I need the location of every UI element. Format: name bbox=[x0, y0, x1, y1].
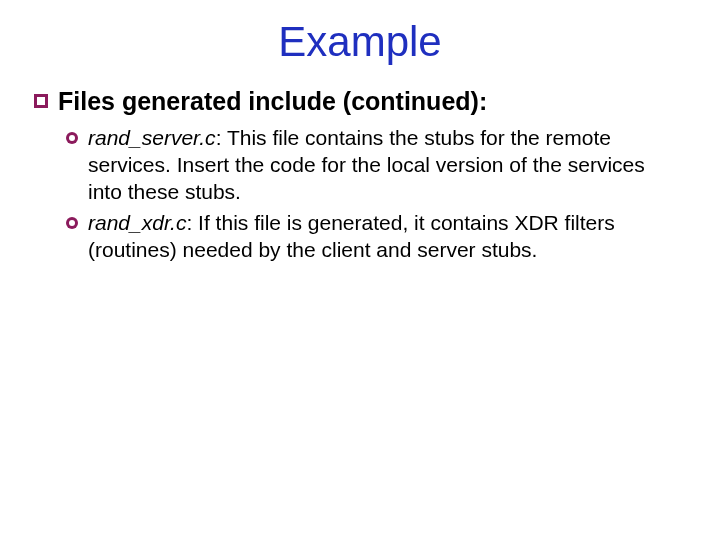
circle-bullet-icon bbox=[66, 217, 78, 229]
separator: : bbox=[216, 126, 227, 149]
level2-text: rand_xdr.c: If this file is generated, i… bbox=[88, 210, 648, 264]
slide: Example Files generated include (continu… bbox=[0, 0, 720, 540]
list-item: rand_server.c: This file contains the st… bbox=[66, 125, 686, 206]
circle-bullet-icon bbox=[66, 132, 78, 144]
square-bullet-icon bbox=[34, 94, 48, 108]
separator: : bbox=[186, 211, 198, 234]
filename: rand_server.c bbox=[88, 126, 216, 149]
slide-title: Example bbox=[0, 0, 720, 78]
level1-text: Files generated include (continued): bbox=[58, 86, 487, 117]
filename: rand_xdr.c bbox=[88, 211, 186, 234]
level2-text: rand_server.c: This file contains the st… bbox=[88, 125, 648, 206]
list-item: Files generated include (continued): bbox=[34, 86, 686, 117]
slide-body: Files generated include (continued): ran… bbox=[0, 86, 720, 264]
list-item: rand_xdr.c: If this file is generated, i… bbox=[66, 210, 686, 264]
